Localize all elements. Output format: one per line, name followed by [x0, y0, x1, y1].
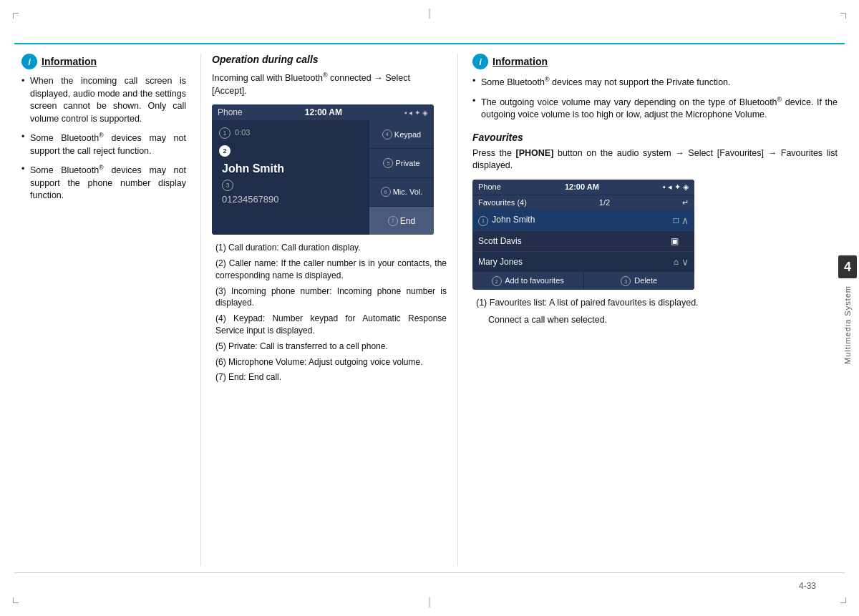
caller-num-indicator: 2 — [219, 145, 230, 157]
phone-body: 1 0:03 2 John Smith 3 01234567890 4Keypa… — [212, 120, 434, 235]
end-btn[interactable]: 7End — [369, 207, 434, 235]
add-to-favourites-btn[interactable]: 2 Add to favourites — [472, 273, 584, 290]
delete-num: 3 — [621, 276, 631, 286]
left-info-box: i Information When the incoming call scr… — [21, 54, 186, 202]
bottom-divider — [14, 572, 845, 573]
phone-status-icons: ▪ ◂ ✦ ◈ — [404, 109, 428, 117]
fav-num-1: 1 — [478, 216, 488, 226]
desc-item-3: (3) Incoming phone number: Incoming phon… — [212, 285, 447, 310]
favourites-screen: Phone 12:00 AM ▪ ◂ ✦ ◈ Favourites (4) 1/… — [472, 180, 694, 290]
keypad-btn[interactable]: 4Keypad — [369, 120, 434, 149]
phone-right-panel: 4Keypad 5Private 6Mic. Vol. 7End — [369, 120, 434, 235]
right-bullet-list: Some Bluetooth® devices may not support … — [472, 75, 838, 122]
private-btn[interactable]: 5Private — [369, 149, 434, 177]
right-info-header: i Information — [472, 54, 838, 69]
delete-btn[interactable]: 3 Delete — [584, 273, 695, 290]
add-fav-num: 2 — [492, 276, 502, 286]
private-btn-num: 5 — [383, 158, 393, 168]
fav-screen-header: Phone 12:00 AM ▪ ◂ ✦ ◈ — [472, 180, 694, 195]
fav-row-2-icon: ▣ — [671, 236, 679, 246]
fav-subheader: Favourites (4) 1/2 ↵ — [472, 195, 694, 210]
desc-item-2: (2) Caller name: If the caller number is… — [212, 258, 447, 282]
center-bottom-mark — [430, 597, 430, 607]
scroll-down-icon[interactable]: ∨ — [681, 256, 689, 268]
corner-mark-bl — [13, 597, 19, 603]
list-item: Some Bluetooth® devices may not support … — [21, 131, 186, 157]
phone-title: Phone — [218, 107, 243, 117]
fav-row-3-icon: ⌂ — [674, 257, 679, 267]
caller-name: John Smith — [219, 162, 362, 175]
right-column: i Information Some Bluetooth® devices ma… — [458, 54, 838, 566]
desc-item-4: (4) Keypad: Number keypad for Automatic … — [212, 313, 447, 337]
keypad-btn-num: 4 — [382, 129, 392, 140]
fav-row-3[interactable]: Mary Jones ⌂ ∨ — [472, 252, 694, 273]
fav-status-icons: ▪ ◂ ✦ ◈ — [663, 182, 689, 192]
desc-item-1: (1) Call duration: Call duration display… — [212, 242, 447, 254]
left-info-icon: i — [21, 54, 37, 69]
middle-column: Operation during calls Incoming call wit… — [200, 54, 458, 566]
phone-left-panel: 1 0:03 2 John Smith 3 01234567890 — [212, 120, 369, 235]
fav-phone-title: Phone — [478, 182, 501, 191]
corner-mark-tr — [840, 13, 846, 19]
phone-header: Phone 12:00 AM ▪ ◂ ✦ ◈ — [212, 104, 434, 120]
left-info-header: i Information — [21, 54, 186, 69]
footnote-list: (1) Favourites list: A list of paired fa… — [472, 297, 838, 326]
fav-row-1-icon: □ — [674, 215, 679, 225]
call-duration: 1 0:03 — [219, 127, 362, 139]
fav-label: Favourites (4) — [478, 198, 527, 207]
description-list: (1) Call duration: Call duration display… — [212, 242, 447, 383]
footnote-2: Connect a call when selected. — [472, 314, 838, 327]
right-info-box: i Information Some Bluetooth® devices ma… — [472, 54, 838, 122]
right-list-item-1: Some Bluetooth® devices may not support … — [472, 75, 838, 89]
desc-item-7: (7) End: End call. — [212, 371, 447, 383]
duration-num: 1 — [219, 127, 230, 139]
corner-mark-tl — [13, 13, 19, 19]
number-indicator: 3 — [222, 180, 233, 191]
chapter-number-box: 4 — [838, 255, 857, 278]
scroll-up-icon[interactable]: ∧ — [681, 215, 689, 226]
fav-row-2-label: Scott Davis — [478, 236, 522, 246]
fav-row-3-label: Mary Jones — [478, 257, 523, 267]
left-bullet-list: When the incoming call screen is display… — [21, 75, 186, 202]
right-area: i Information Some Bluetooth® devices ma… — [458, 54, 838, 566]
page-number: 4-33 — [799, 581, 816, 591]
fav-row-1-label: 1 John Smith — [478, 215, 535, 226]
right-list-item-2: The outgoing voice volume may vary depen… — [472, 95, 838, 122]
favourites-title: Favourites — [472, 132, 838, 143]
fav-page-indicator: 1/2 — [599, 198, 610, 207]
fav-footer: 2 Add to favourites 3 Delete — [472, 273, 694, 290]
fav-row-2[interactable]: Scott Davis ▣ ∨ — [472, 231, 694, 252]
list-item: When the incoming call screen is display… — [21, 75, 186, 125]
corner-mark-br — [840, 597, 846, 603]
top-divider — [14, 43, 845, 44]
footnote-1: (1) Favourites list: A list of paired fa… — [472, 297, 838, 310]
fav-rows-container: 1 John Smith □ ∧ Scott Davis ▣ ∨ — [472, 210, 694, 273]
operation-intro: Incoming call with Bluetooth® connected … — [212, 71, 447, 97]
phone-time: 12:00 AM — [305, 107, 342, 117]
mic-btn-num: 6 — [381, 187, 391, 197]
left-info-title: Information — [42, 56, 97, 67]
fav-phone-time: 12:00 AM — [565, 182, 599, 191]
end-btn-num: 7 — [388, 216, 398, 226]
fav-back-icon[interactable]: ↵ — [682, 198, 689, 207]
list-item: Some Bluetooth® devices may not support … — [21, 163, 186, 202]
caller-number: 01234567890 — [219, 194, 362, 205]
desc-item-5: (5) Private: Call is transferred to a ce… — [212, 341, 447, 353]
left-column: i Information When the incoming call scr… — [21, 54, 200, 566]
favourites-intro: Press the [PHONE] button on the audio sy… — [472, 147, 838, 172]
mic-vol-btn[interactable]: 6Mic. Vol. — [369, 178, 434, 207]
right-info-title: Information — [492, 56, 548, 67]
desc-item-6: (6) Microphone Volume: Adjust outgoing v… — [212, 356, 447, 368]
sidebar-label: Multimedia System — [843, 285, 852, 364]
phone-screen: Phone 12:00 AM ▪ ◂ ✦ ◈ 1 0:03 2 John Smi… — [212, 104, 434, 235]
right-info-icon: i — [472, 54, 488, 69]
fav-row-1[interactable]: 1 John Smith □ ∧ — [472, 210, 694, 231]
operation-title: Operation during calls — [212, 54, 447, 65]
center-top-mark — [430, 9, 430, 19]
